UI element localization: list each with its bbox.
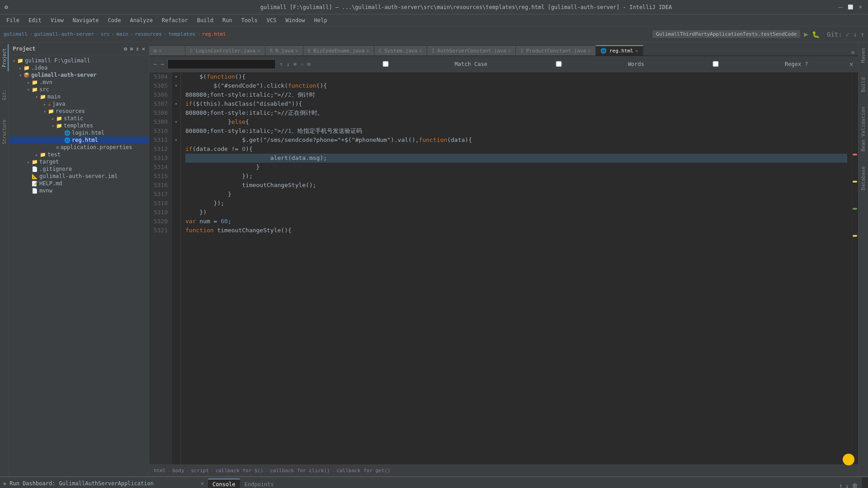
- editor-tab-system[interactable]: C System.java ✕: [374, 46, 427, 56]
- tree-item-resources[interactable]: ▾ 📁 resources: [9, 108, 149, 115]
- bc-body[interactable]: body: [172, 468, 184, 474]
- git-push-button[interactable]: ↑: [861, 31, 864, 38]
- toolbar-reghtml-link[interactable]: reg.html: [202, 31, 226, 37]
- tree-item-java[interactable]: ▸ ☕ java: [9, 100, 149, 108]
- bc-html[interactable]: html: [154, 468, 166, 474]
- sidebar-icon-project[interactable]: Project: [0, 44, 9, 71]
- search-down-icon[interactable]: ↓: [287, 61, 290, 67]
- window-maximize-button[interactable]: ⬜: [847, 4, 854, 10]
- bc-callback-click[interactable]: callback for click(): [270, 468, 330, 474]
- right-tab-database[interactable]: Database: [859, 164, 867, 192]
- menu-item-help[interactable]: Help: [311, 16, 331, 24]
- toolbar-project-link[interactable]: gulimall: [4, 31, 28, 37]
- regex-checkbox[interactable]: [648, 61, 783, 67]
- words-checkbox[interactable]: [491, 61, 627, 67]
- search-help-icon[interactable]: ?: [805, 61, 808, 67]
- sidebar-icon-structure[interactable]: Structure: [0, 118, 9, 145]
- menu-item-view[interactable]: View: [47, 16, 67, 24]
- tree-item-gitignore[interactable]: ▸ 📄 .gitignore: [9, 165, 149, 173]
- editor-tab-prodconst-close[interactable]: ✕: [588, 48, 591, 54]
- menu-item-build[interactable]: Build: [193, 16, 217, 24]
- editor-tab-m[interactable]: m ✕: [149, 46, 185, 56]
- menu-item-window[interactable]: Window: [282, 16, 308, 24]
- sidebar-icon-git[interactable]: Git:: [0, 81, 9, 108]
- tree-item-help-md[interactable]: ▸ 📝 HELP.md: [9, 180, 149, 187]
- window-close-button[interactable]: ✕: [857, 4, 863, 10]
- search-settings-icon[interactable]: ⚙: [307, 61, 310, 67]
- editor-tab-prodconst[interactable]: I ProductConstant.java ✕: [516, 46, 596, 56]
- run-config-selector[interactable]: GulimallThirdPartyApplicationTests.testS…: [652, 30, 800, 38]
- project-close-icon[interactable]: ✕: [142, 46, 145, 52]
- menu-item-refactor[interactable]: Refactor: [158, 16, 192, 24]
- tree-item-test[interactable]: ▸ 📁 test: [9, 151, 149, 158]
- editor-tab-authconst-close[interactable]: ✕: [508, 48, 511, 54]
- tree-item-login-html[interactable]: ▸ 🌐 login.html: [9, 129, 149, 136]
- search-input[interactable]: [167, 59, 276, 69]
- editor-tab-bizenum[interactable]: E BizCodeEnume.java ✕: [303, 46, 374, 56]
- project-collapse-icon[interactable]: ≡: [130, 46, 133, 52]
- bc-script[interactable]: script: [191, 468, 209, 474]
- menu-item-run[interactable]: Run: [219, 16, 236, 24]
- console-scrollbar[interactable]: [862, 477, 868, 488]
- tree-item-auth-server[interactable]: ▾ 📦 gulimall-auth-server: [9, 71, 149, 79]
- search-next-icon[interactable]: →: [160, 61, 164, 67]
- bc-callback-dollar[interactable]: callback for $(): [216, 468, 264, 474]
- menu-item-tools[interactable]: Tools: [238, 16, 261, 24]
- menu-item-vcs[interactable]: VCS: [263, 16, 280, 24]
- menu-item-code[interactable]: Code: [104, 16, 125, 24]
- toolbar-module-link[interactable]: gulimall-auth-server: [34, 31, 94, 37]
- editor-tab-reg-close[interactable]: ✕: [635, 48, 638, 54]
- tree-item-static[interactable]: ▸ 📁 static: [9, 115, 149, 122]
- console-tab-console[interactable]: Console: [208, 479, 240, 488]
- tree-item-iml[interactable]: ▸ 📐 gulimall-auth-server.iml: [9, 173, 149, 180]
- console-scroll-top[interactable]: ↑: [839, 482, 842, 488]
- bc-callback-get[interactable]: callback for get(): [336, 468, 390, 474]
- tree-item-src[interactable]: ▾ 📁 src: [9, 86, 149, 93]
- toolbar-src-link[interactable]: src: [101, 31, 110, 37]
- menu-item-edit[interactable]: Edit: [25, 16, 45, 24]
- menu-item-navigate[interactable]: Navigate: [69, 16, 103, 24]
- editor-tab-reg[interactable]: 🌐 reg.html ✕: [596, 45, 643, 56]
- toolbar-resources-link[interactable]: resources: [135, 31, 162, 37]
- tree-item-target[interactable]: ▸ 📁 target: [9, 158, 149, 165]
- console-clear[interactable]: 🗑: [852, 482, 858, 488]
- run-panel-close[interactable]: ✕: [201, 480, 204, 487]
- regex-option[interactable]: Regex: [648, 61, 801, 67]
- editor-tab-r-close[interactable]: ✕: [295, 48, 298, 54]
- project-settings-icon[interactable]: ⚙: [124, 46, 127, 52]
- tree-item-reg-html[interactable]: ▸ 🌐 reg.html: [9, 136, 149, 144]
- search-up-icon[interactable]: ↑: [279, 61, 283, 67]
- git-update-button[interactable]: ↓: [853, 31, 857, 38]
- right-tab-maven[interactable]: Maven: [859, 46, 867, 65]
- tree-item-main[interactable]: ▾ 📁 main: [9, 93, 149, 100]
- tree-item-templates[interactable]: ▾ 📁 templates: [9, 122, 149, 129]
- debug-button[interactable]: 🐛: [812, 31, 820, 38]
- words-option[interactable]: Words: [491, 61, 644, 67]
- tree-item-root[interactable]: ▾ 📁 gulimall F:\gulimall: [9, 57, 149, 64]
- right-tab-bean-validation[interactable]: Bean Validation: [859, 105, 867, 153]
- console-tab-endpoints[interactable]: Endpoints: [240, 479, 278, 488]
- search-filter-icon[interactable]: ⊕: [293, 61, 297, 67]
- project-sort-icon[interactable]: ↕: [136, 46, 139, 52]
- editor-tab-r[interactable]: R R.java ✕: [265, 46, 303, 56]
- editor-tab-list-button[interactable]: ≡: [851, 49, 854, 56]
- editor-tab-m-close[interactable]: ✕: [159, 48, 162, 54]
- right-tab-build[interactable]: Build: [859, 75, 867, 94]
- menu-item-analyze[interactable]: Analyze: [126, 16, 156, 24]
- match-case-checkbox[interactable]: [318, 61, 453, 67]
- search-highlight-icon[interactable]: ☆: [300, 61, 303, 67]
- menu-item-file[interactable]: File: [3, 16, 23, 24]
- editor-tab-logincontroller[interactable]: C LoginController.java ✕: [185, 46, 265, 56]
- toolbar-main-link[interactable]: main: [116, 31, 128, 37]
- tree-item-mvnw[interactable]: ▸ 📄 mvnw: [9, 187, 149, 194]
- git-commit-button[interactable]: ✓: [846, 31, 849, 38]
- right-scrollbar[interactable]: [852, 72, 858, 465]
- search-close-icon[interactable]: ✕: [849, 60, 854, 68]
- editor-tab-authconst[interactable]: I AuthServerConstant.java ✕: [427, 46, 516, 56]
- editor-tab-system-close[interactable]: ✕: [419, 48, 422, 54]
- tree-item-mvn[interactable]: ▸ 📁 .mvn: [9, 79, 149, 86]
- editor-tab-logincontroller-close[interactable]: ✕: [257, 48, 260, 54]
- toolbar-templates-link[interactable]: templates: [169, 31, 196, 37]
- window-minimize-button[interactable]: —: [837, 4, 844, 10]
- editor-tab-bizenum-close[interactable]: ✕: [366, 48, 369, 54]
